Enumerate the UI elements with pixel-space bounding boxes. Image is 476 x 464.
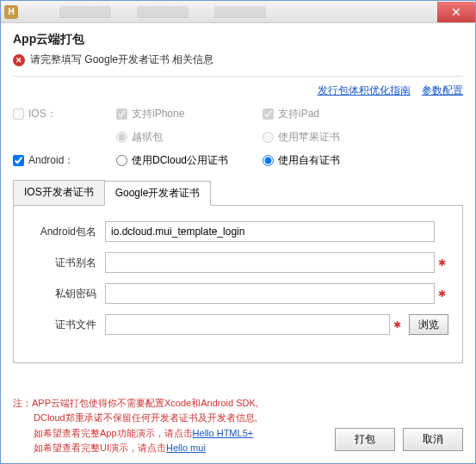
package-input[interactable] bbox=[105, 221, 435, 242]
iphone-checkbox: 支持iPhone bbox=[116, 107, 263, 121]
alias-input[interactable] bbox=[105, 252, 435, 273]
cert-tabset: IOS开发者证书 Google开发者证书 Android包名 证书别名 ✱ 私钥… bbox=[13, 180, 463, 363]
tab-google-cert[interactable]: Google开发者证书 bbox=[104, 181, 212, 206]
window-close-button[interactable]: ✕ bbox=[437, 2, 475, 22]
tab-ios-cert[interactable]: IOS开发者证书 bbox=[13, 180, 105, 205]
android-checkbox[interactable]: Android： bbox=[13, 153, 116, 168]
note-prefix: 注： bbox=[13, 398, 32, 408]
certfile-label: 证书文件 bbox=[28, 318, 105, 332]
app-icon: H bbox=[4, 5, 18, 19]
pkkey-input[interactable] bbox=[105, 283, 435, 304]
ios-checkbox[interactable]: IOS： bbox=[13, 107, 116, 121]
jailbreak-radio: 越狱包 bbox=[116, 130, 263, 145]
hello-mui-link[interactable]: Hello mui bbox=[166, 442, 206, 453]
dcloud-cert-label: 使用DCloud公用证书 bbox=[132, 153, 228, 168]
footer: 注：APP云端打包使得你不需要配置Xcode和Android SDK, DClo… bbox=[13, 396, 463, 456]
dcloud-cert-radio[interactable]: 使用DCloud公用证书 bbox=[116, 153, 263, 168]
dialog-window: H ✕ App云端打包 ✕ 请完整填写 Google开发者证书 相关信息 发行包… bbox=[0, 0, 476, 464]
content-area: App云端打包 ✕ 请完整填写 Google开发者证书 相关信息 发行包体积优化… bbox=[1, 23, 475, 372]
error-text: 请完整填写 Google开发者证书 相关信息 bbox=[30, 53, 213, 67]
titlebar: H ✕ bbox=[1, 1, 475, 23]
certfile-input[interactable] bbox=[105, 314, 390, 335]
alias-label: 证书别名 bbox=[28, 256, 105, 270]
android-label: Android： bbox=[28, 153, 74, 168]
ipad-checkbox: 支持iPad bbox=[263, 107, 409, 121]
required-icon: ✱ bbox=[393, 319, 404, 331]
optimize-guide-link[interactable]: 发行包体积优化指南 bbox=[318, 84, 411, 96]
apple-cert-label: 使用苹果证书 bbox=[278, 130, 340, 145]
browse-button[interactable]: 浏览 bbox=[409, 314, 448, 335]
error-message-row: ✕ 请完整填写 Google开发者证书 相关信息 bbox=[13, 53, 463, 67]
footer-buttons: 打包 取消 bbox=[330, 428, 463, 456]
note-line4: 如希望查看完整UI演示，请点击 bbox=[34, 442, 166, 453]
footer-note: 注：APP云端打包使得你不需要配置Xcode和Android SDK, DClo… bbox=[13, 396, 321, 456]
ipad-label: 支持iPad bbox=[278, 107, 319, 121]
pack-button[interactable]: 打包 bbox=[335, 428, 395, 451]
package-label: Android包名 bbox=[28, 225, 105, 239]
iphone-label: 支持iPhone bbox=[132, 107, 184, 121]
param-config-link[interactable]: 参数配置 bbox=[422, 84, 463, 96]
error-icon: ✕ bbox=[13, 54, 25, 66]
jailbreak-label: 越狱包 bbox=[132, 130, 163, 145]
hello-html5-link[interactable]: Hello HTML5+ bbox=[193, 428, 254, 438]
platform-options: IOS： 支持iPhone 支持iPad 越狱包 使用苹果证书 Android：… bbox=[13, 107, 463, 168]
cancel-button[interactable]: 取消 bbox=[403, 428, 463, 451]
top-links: 发行包体积优化指南 参数配置 bbox=[13, 84, 463, 98]
tab-panel-google: Android包名 证书别名 ✱ 私钥密码 ✱ 证书文件 ✱ bbox=[13, 206, 463, 363]
required-icon: ✱ bbox=[438, 257, 448, 269]
note-line1: APP云端打包使得你不需要配置Xcode和Android SDK, bbox=[32, 398, 258, 408]
note-line3: 如希望查看完整App功能演示，请点击 bbox=[34, 428, 193, 438]
pkkey-label: 私钥密码 bbox=[28, 287, 105, 301]
tab-list: IOS开发者证书 Google开发者证书 bbox=[13, 180, 463, 206]
required-icon: ✱ bbox=[438, 288, 448, 300]
dialog-title: App云端打包 bbox=[13, 32, 463, 47]
titlebar-blur bbox=[25, 6, 266, 18]
note-line2: DCloud郑重承诺不保留任何开发者证书及开发者信息, bbox=[34, 412, 257, 423]
own-cert-radio[interactable]: 使用自有证书 bbox=[263, 153, 409, 168]
ios-label: IOS： bbox=[28, 107, 57, 121]
divider bbox=[13, 76, 463, 77]
apple-cert-radio: 使用苹果证书 bbox=[263, 130, 409, 145]
own-cert-label: 使用自有证书 bbox=[278, 153, 340, 168]
